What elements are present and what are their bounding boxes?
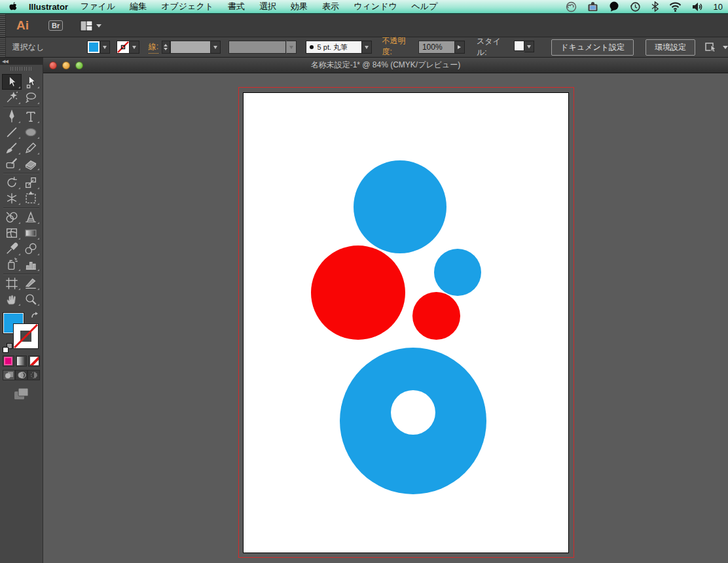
- gradient-tool[interactable]: [22, 225, 41, 241]
- width-profile-dropdown: [286, 41, 297, 54]
- speech-bubble-icon[interactable]: [609, 1, 619, 12]
- stepper-up-icon[interactable]: [164, 44, 168, 46]
- eyedropper-tool[interactable]: [2, 241, 22, 257]
- menu-item-edit[interactable]: 編集: [122, 1, 154, 12]
- fill-color-swatch[interactable]: [87, 41, 100, 54]
- arrange-documents-button[interactable]: [80, 20, 101, 31]
- large-blue-circle[interactable]: [354, 160, 446, 253]
- stroke-color-combo[interactable]: [117, 41, 139, 54]
- stroke-weight-field[interactable]: [170, 41, 211, 54]
- menu-item-window[interactable]: ウィンドウ: [346, 1, 405, 12]
- tools-panel-collapse[interactable]: ◀◀: [0, 58, 43, 65]
- default-fill-stroke-icon[interactable]: [3, 343, 12, 353]
- draw-inside-button[interactable]: [27, 370, 40, 380]
- draw-normal-button[interactable]: [3, 370, 15, 380]
- zoom-tool[interactable]: [22, 291, 41, 307]
- fill-color-combo[interactable]: [87, 41, 110, 54]
- menu-item-help[interactable]: ヘルプ: [405, 1, 445, 12]
- rotate-tool[interactable]: [2, 175, 22, 191]
- opacity-field[interactable]: 100%: [418, 41, 455, 54]
- bridge-button[interactable]: Br: [48, 20, 63, 31]
- wifi-icon[interactable]: [669, 2, 682, 12]
- minimize-button[interactable]: [62, 62, 70, 69]
- width-tool[interactable]: [2, 191, 22, 206]
- style-swatch[interactable]: [514, 41, 524, 51]
- stroke-weight-label[interactable]: 線:: [149, 41, 158, 54]
- zoom-button[interactable]: [75, 62, 83, 69]
- stroke-weight-stepper[interactable]: [162, 41, 170, 54]
- apple-menu-icon[interactable]: [8, 1, 18, 12]
- menu-item-effect[interactable]: 効果: [283, 1, 315, 12]
- selection-tool[interactable]: [2, 74, 22, 90]
- fill-color-dropdown[interactable]: [100, 41, 110, 54]
- perspective-grid-tool[interactable]: [22, 209, 41, 225]
- controlbar-grip[interactable]: [0, 37, 6, 57]
- volume-icon[interactable]: [692, 2, 703, 12]
- opacity-dropdown[interactable]: [455, 41, 465, 54]
- draw-behind-button[interactable]: [15, 370, 27, 380]
- close-button[interactable]: [49, 62, 57, 69]
- type-tool[interactable]: [22, 109, 41, 124]
- style-dropdown[interactable]: [524, 41, 534, 52]
- small-red-circle[interactable]: [412, 292, 460, 340]
- none-button[interactable]: [28, 355, 40, 367]
- change-screen-mode-button[interactable]: [0, 387, 43, 401]
- bluetooth-icon[interactable]: [651, 1, 659, 12]
- lasso-tool[interactable]: [22, 90, 41, 105]
- direct-selection-tool[interactable]: [22, 74, 41, 90]
- mesh-tool[interactable]: [2, 225, 22, 241]
- artboard-tool[interactable]: [2, 276, 22, 291]
- symbol-sprayer-tool[interactable]: [2, 257, 22, 272]
- camera-icon[interactable]: [587, 1, 598, 12]
- slice-tool[interactable]: [22, 276, 41, 291]
- appbar-grip[interactable]: [0, 14, 6, 37]
- select-similar-button[interactable]: [704, 41, 728, 53]
- donut-hole[interactable]: [391, 390, 435, 435]
- opacity-label[interactable]: 不透明度:: [382, 35, 414, 59]
- stroke-indicator[interactable]: [13, 323, 39, 349]
- menu-item-view[interactable]: 表示: [315, 1, 346, 12]
- line-segment-tool[interactable]: [2, 124, 22, 140]
- menu-item-file[interactable]: ファイル: [73, 1, 122, 12]
- preferences-button[interactable]: 環境設定: [646, 39, 695, 56]
- paintbrush-tool[interactable]: [2, 140, 22, 156]
- brush-definition-field[interactable]: 5 pt. 丸筆: [306, 41, 362, 54]
- pencil-tool[interactable]: [22, 140, 41, 156]
- color-button[interactable]: [3, 355, 14, 367]
- style-combo[interactable]: [514, 41, 534, 54]
- document-title-bar[interactable]: 名称未設定-1* @ 84% (CMYK/プレビュー): [43, 58, 728, 73]
- canvas-area[interactable]: [43, 73, 728, 563]
- creative-cloud-icon[interactable]: [566, 1, 577, 12]
- tools-panel-grip[interactable]: [0, 65, 43, 73]
- column-graph-tool[interactable]: [22, 257, 41, 272]
- shape-builder-tool[interactable]: [2, 209, 22, 225]
- stroke-color-dropdown[interactable]: [130, 41, 139, 54]
- blob-brush-tool[interactable]: [2, 156, 22, 172]
- opacity-combo[interactable]: 100%: [418, 41, 465, 54]
- brush-definition-combo[interactable]: 5 pt. 丸筆: [306, 41, 372, 54]
- blend-tool[interactable]: [22, 241, 41, 257]
- menu-app-name[interactable]: Illustrator: [29, 2, 68, 12]
- stepper-down-icon[interactable]: [164, 48, 168, 50]
- eraser-tool[interactable]: [22, 156, 41, 172]
- scale-tool[interactable]: [22, 175, 41, 191]
- hand-tool[interactable]: [2, 291, 22, 307]
- ellipse-tool[interactable]: [22, 124, 41, 140]
- brush-definition-dropdown[interactable]: [362, 41, 372, 54]
- magic-wand-tool[interactable]: [2, 90, 22, 105]
- free-transform-tool[interactable]: [22, 191, 41, 206]
- stroke-weight-combo[interactable]: [170, 41, 221, 54]
- document-setup-button[interactable]: ドキュメント設定: [551, 39, 634, 56]
- stroke-weight-dropdown[interactable]: [211, 41, 221, 54]
- menu-item-select[interactable]: 選択: [252, 1, 283, 12]
- small-blue-circle[interactable]: [434, 249, 481, 296]
- swap-fill-stroke-icon[interactable]: [30, 311, 40, 323]
- time-machine-icon[interactable]: [630, 1, 641, 12]
- pen-tool[interactable]: [2, 109, 22, 124]
- menu-clock[interactable]: 10: [714, 2, 723, 12]
- gradient-button[interactable]: [16, 355, 27, 367]
- menu-item-object[interactable]: オブジェクト: [154, 1, 221, 12]
- stroke-color-swatch[interactable]: [117, 41, 130, 54]
- menu-item-type[interactable]: 書式: [221, 1, 252, 12]
- large-red-circle[interactable]: [311, 245, 405, 340]
